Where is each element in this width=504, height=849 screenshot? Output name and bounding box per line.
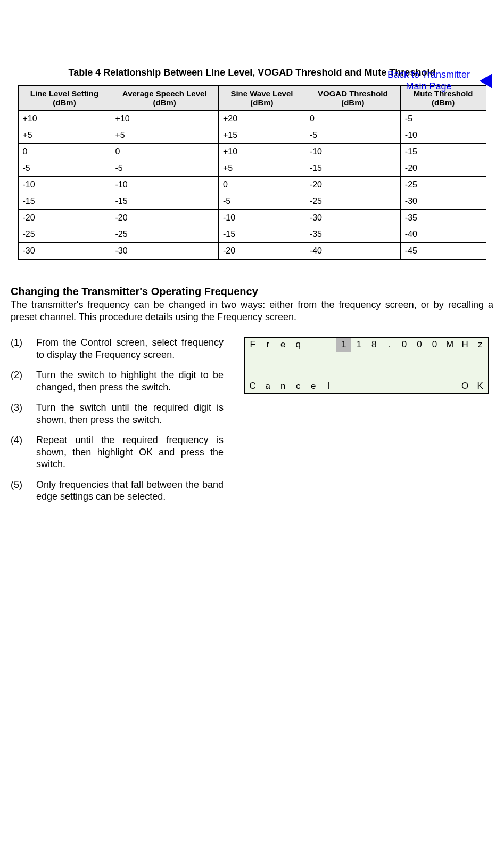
table-cell: +15 bbox=[218, 127, 305, 144]
table-row: 00+10-10-15 bbox=[18, 144, 486, 160]
lcd-cell bbox=[305, 337, 320, 352]
lcd-cell: c bbox=[291, 379, 305, 394]
lcd-cell: n bbox=[275, 379, 290, 394]
table-row: +5+5+15-5-10 bbox=[18, 127, 486, 144]
lcd-screen: Freq118.000MHz CancelOK bbox=[244, 337, 489, 394]
lcd-cell bbox=[442, 352, 457, 365]
table-cell: -40 bbox=[400, 226, 486, 243]
lcd-cell bbox=[260, 352, 275, 365]
lcd-cell bbox=[275, 352, 290, 365]
table-cell: -10 bbox=[400, 127, 486, 144]
step-text: Turn the switch to highlight the digit t… bbox=[36, 369, 224, 393]
lcd-cell: 1 bbox=[351, 337, 366, 352]
lcd-cell: H bbox=[457, 337, 472, 352]
table-cell: -35 bbox=[305, 226, 400, 243]
back-link-line1: Back to Transmitter bbox=[387, 69, 470, 80]
lcd-cell: K bbox=[473, 379, 489, 394]
step-number: (2) bbox=[11, 369, 36, 393]
lcd-cell bbox=[275, 365, 290, 379]
two-column: (1)From the Control screen, select frequ… bbox=[11, 337, 493, 511]
lcd-cell bbox=[457, 365, 472, 379]
table-cell: -30 bbox=[400, 193, 486, 210]
lcd-cell: . bbox=[382, 337, 396, 352]
lcd-cell bbox=[412, 352, 427, 365]
lcd-cell: r bbox=[260, 337, 275, 352]
lcd-cell: O bbox=[457, 379, 472, 394]
table-cell: -20 bbox=[305, 177, 400, 193]
back-link-line2: Main Page bbox=[406, 81, 451, 92]
lcd-cell: M bbox=[442, 337, 457, 352]
lcd-cell bbox=[427, 352, 442, 365]
table-cell: -15 bbox=[18, 193, 111, 210]
table-row: -20-20-10-30-35 bbox=[18, 210, 486, 226]
lcd-cell bbox=[473, 365, 489, 379]
lcd-cell: l bbox=[321, 379, 336, 394]
lcd-cell bbox=[305, 365, 320, 379]
table-cell: -30 bbox=[305, 210, 400, 226]
table-row: -15-15-5-25-30 bbox=[18, 193, 486, 210]
table-cell: -25 bbox=[111, 226, 218, 243]
section-heading: Changing the Transmitter's Operating Fre… bbox=[11, 285, 504, 298]
lcd-cell bbox=[321, 365, 336, 379]
lcd-cell bbox=[336, 379, 351, 394]
back-arrow-icon[interactable] bbox=[477, 74, 492, 88]
step-text: Repeat until the required frequency is s… bbox=[36, 434, 224, 470]
table-cell: -20 bbox=[218, 243, 305, 260]
table-cell: -20 bbox=[111, 210, 218, 226]
table-cell: -30 bbox=[111, 243, 218, 260]
lcd-cell bbox=[412, 379, 427, 394]
table-cell: -25 bbox=[305, 193, 400, 210]
table-cell: -15 bbox=[305, 160, 400, 177]
lcd-cell bbox=[366, 379, 381, 394]
lcd-cell bbox=[305, 352, 320, 365]
table-cell: -10 bbox=[305, 144, 400, 160]
lcd-cell bbox=[245, 365, 261, 379]
step-text: Turn the switch until the required digit… bbox=[36, 402, 224, 426]
table-cell: 0 bbox=[218, 177, 305, 193]
table-cell: +5 bbox=[18, 127, 111, 144]
th-sine-wave: Sine Wave Level (dBm) bbox=[218, 85, 305, 111]
lcd-cell bbox=[336, 365, 351, 379]
step-item: (5)Only frequencies that fall between th… bbox=[11, 479, 224, 503]
lcd-cell bbox=[336, 352, 351, 365]
table-cell: -20 bbox=[400, 160, 486, 177]
steps-list: (1)From the Control screen, select frequ… bbox=[11, 337, 224, 511]
lcd-cell bbox=[291, 365, 305, 379]
table-cell: -35 bbox=[400, 210, 486, 226]
lcd-cell: 0 bbox=[396, 337, 411, 352]
table-row: -25-25-15-35-40 bbox=[18, 226, 486, 243]
table-cell: +20 bbox=[218, 111, 305, 127]
lcd-cell bbox=[382, 352, 396, 365]
step-item: (1)From the Control screen, select frequ… bbox=[11, 337, 224, 361]
section-paragraph: The transmitter's frequency can be chang… bbox=[11, 299, 493, 323]
th-line-level: Line Level Setting (dBm) bbox=[18, 85, 111, 111]
lcd-cell bbox=[412, 365, 427, 379]
lcd-cell: 0 bbox=[427, 337, 442, 352]
lcd-cell bbox=[366, 365, 381, 379]
table-row: -10-100-20-25 bbox=[18, 177, 486, 193]
table-cell: -5 bbox=[305, 127, 400, 144]
table-cell: -5 bbox=[111, 160, 218, 177]
table-row: +10+10+200-5 bbox=[18, 111, 486, 127]
lcd-cell bbox=[473, 352, 489, 365]
lcd-cell bbox=[396, 352, 411, 365]
lcd-cell bbox=[366, 352, 381, 365]
table-cell: +10 bbox=[111, 111, 218, 127]
lcd-cell bbox=[321, 337, 336, 352]
lcd-row-3 bbox=[245, 365, 489, 379]
lcd-cell: e bbox=[275, 337, 290, 352]
table-cell: -30 bbox=[18, 243, 111, 260]
lcd-cell bbox=[396, 379, 411, 394]
lcd-cell bbox=[442, 379, 457, 394]
table-cell: -25 bbox=[400, 177, 486, 193]
lcd-cell bbox=[442, 365, 457, 379]
back-link[interactable]: Back to Transmitter Main Page bbox=[387, 69, 470, 92]
table-cell: -5 bbox=[400, 111, 486, 127]
lcd-cell bbox=[457, 352, 472, 365]
table-row: -30-30-20-40-45 bbox=[18, 243, 486, 260]
lcd-cell bbox=[396, 365, 411, 379]
step-number: (3) bbox=[11, 402, 36, 426]
lcd-cell bbox=[245, 352, 261, 365]
lcd-row-1: Freq118.000MHz bbox=[245, 337, 489, 352]
lcd-row-2 bbox=[245, 352, 489, 365]
